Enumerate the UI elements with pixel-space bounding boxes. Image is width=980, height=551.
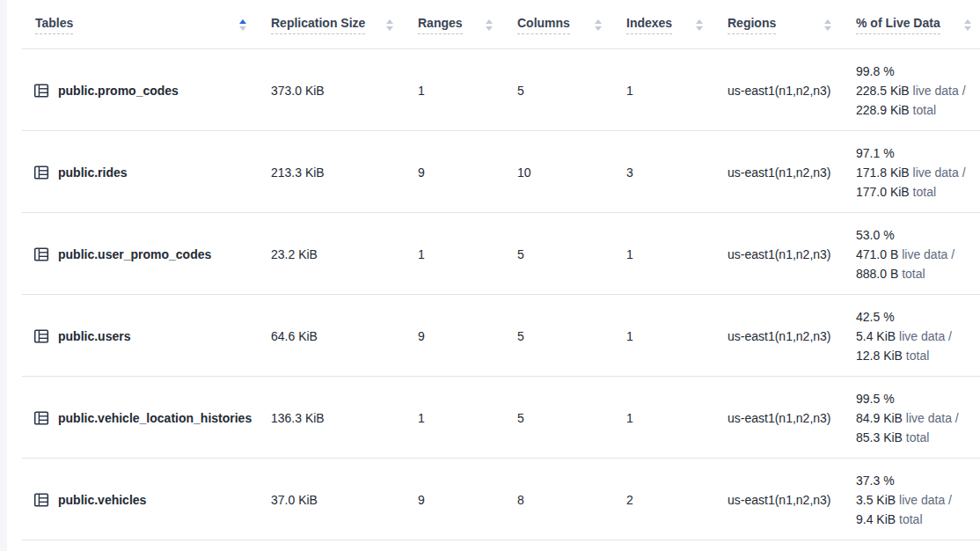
total-size: 177.0 KiB [856,185,910,199]
total-size-label: total [906,430,929,444]
table-row: public.promo_codes 373.0 KiB 1 5 1 us-ea… [7,49,980,131]
total-size-line: 888.0 B total [856,264,975,283]
live-size-label: live data / [899,493,952,507]
table-icon [33,410,49,426]
total-size: 9.4 KiB [856,512,896,526]
indexes-cell: 1 [619,247,720,261]
live-size-line: 471.0 B live data / [856,245,975,264]
table-name-cell: public.user_promo_codes [7,246,264,262]
live-size: 228.5 KiB [856,84,910,98]
column-header-ranges[interactable]: Ranges [411,16,510,34]
columns-cell: 10 [510,165,619,180]
table-name-link[interactable]: public.vehicles [58,493,146,507]
indexes-cell: 1 [619,84,720,98]
sort-arrows-icon[interactable] [229,19,246,31]
table-row: public.user_promo_codes 23.2 KiB 1 5 1 u… [7,213,980,295]
table-body: public.promo_codes 373.0 KiB 1 5 1 us-ea… [7,49,980,540]
live-data-cell: 42.5 % 5.4 KiB live data / 12.8 KiB tota… [849,307,980,365]
ranges-cell: 1 [411,84,510,98]
sort-arrows-icon[interactable] [685,19,703,31]
table-icon [33,328,49,344]
ranges-cell: 9 [411,493,510,507]
live-size-label: live data / [913,165,966,180]
replication-size-cell: 373.0 KiB [264,84,411,98]
column-header-live-data[interactable]: % of Live Data [849,16,980,34]
column-header-columns[interactable]: Columns [510,16,619,34]
table-name-link[interactable]: public.promo_codes [58,84,179,98]
sort-arrows-icon[interactable] [954,19,971,31]
replication-size-cell: 136.3 KiB [264,411,411,425]
live-size-label: live data / [902,247,954,261]
sort-arrows-icon[interactable] [475,19,493,31]
total-size-line: 9.4 KiB total [856,510,975,529]
live-percent: 42.5 % [856,307,975,327]
columns-cell: 5 [510,411,619,425]
table-name-link[interactable]: public.rides [58,165,128,180]
live-size: 5.4 KiB [856,329,896,343]
live-size-label: live data / [899,329,952,343]
ranges-cell: 1 [411,247,510,261]
table-row: public.vehicle_location_histories 136.3 … [7,377,980,459]
indexes-cell: 3 [619,165,720,180]
column-header-regions[interactable]: Regions [720,16,849,34]
total-size-label: total [913,103,936,117]
table-icon [33,492,49,508]
replication-size-cell: 213.3 KiB [264,165,411,180]
total-size: 85.3 KiB [856,430,903,444]
total-size-line: 85.3 KiB total [856,428,975,447]
column-header-label: Columns [517,16,570,34]
live-size: 3.5 KiB [856,493,896,507]
table-name-cell: public.vehicles [7,492,264,508]
column-header-label: Regions [728,16,776,34]
sort-arrows-icon[interactable] [584,19,602,31]
live-size-line: 84.9 KiB live data / [856,408,975,428]
live-percent: 53.0 % [856,225,975,245]
ranges-cell: 9 [411,329,510,343]
regions-cell: us-east1(n1,n2,n3) [720,84,849,98]
total-size-label: total [913,185,936,199]
total-size-line: 177.0 KiB total [856,182,975,202]
live-size-label: live data / [906,411,959,425]
replication-size-cell: 64.6 KiB [264,329,411,343]
live-data-cell: 99.8 % 228.5 KiB live data / 228.9 KiB t… [849,62,980,120]
table-name-link[interactable]: public.vehicle_location_histories [58,411,252,425]
live-size-label: live data / [913,84,966,98]
column-header-indexes[interactable]: Indexes [619,16,720,34]
table-name-cell: public.users [7,328,264,344]
sort-arrows-icon[interactable] [376,19,393,31]
total-size-label: total [906,349,929,363]
table-icon [33,246,49,262]
table-name-link[interactable]: public.users [58,329,130,343]
regions-cell: us-east1(n1,n2,n3) [720,247,849,261]
indexes-cell: 1 [619,411,720,425]
table-row: public.users 64.6 KiB 9 5 1 us-east1(n1,… [7,295,980,377]
live-percent: 37.3 % [856,471,975,490]
table-icon [33,165,49,180]
sort-arrows-icon[interactable] [814,19,831,31]
replication-size-cell: 23.2 KiB [264,247,411,261]
table-header-row: Tables Replication Size Ranges Columns I… [7,0,980,49]
live-size: 171.8 KiB [856,165,910,180]
live-data-cell: 53.0 % 471.0 B live data / 888.0 B total [849,225,980,283]
tables-grid: Tables Replication Size Ranges Columns I… [7,0,980,540]
table-name-link[interactable]: public.user_promo_codes [58,247,211,261]
regions-cell: us-east1(n1,n2,n3) [720,329,849,343]
live-data-cell: 97.1 % 171.8 KiB live data / 177.0 KiB t… [849,143,980,202]
table-name-cell: public.rides [7,165,264,180]
table-name-cell: public.promo_codes [7,83,264,99]
live-size-line: 3.5 KiB live data / [856,490,975,510]
live-percent: 99.8 % [856,62,975,81]
columns-cell: 5 [510,329,619,343]
indexes-cell: 2 [619,493,720,507]
ranges-cell: 9 [411,165,510,180]
total-size: 888.0 B [856,267,898,281]
total-size-line: 12.8 KiB total [856,346,975,365]
column-header-label: Indexes [626,16,672,34]
total-size: 228.9 KiB [856,103,910,117]
page-background-strip [0,0,7,551]
column-header-replication-size[interactable]: Replication Size [264,16,411,34]
columns-cell: 8 [510,493,619,507]
column-header-tables[interactable]: Tables [7,16,264,34]
live-size: 84.9 KiB [856,411,903,425]
live-size: 471.0 B [856,247,898,261]
